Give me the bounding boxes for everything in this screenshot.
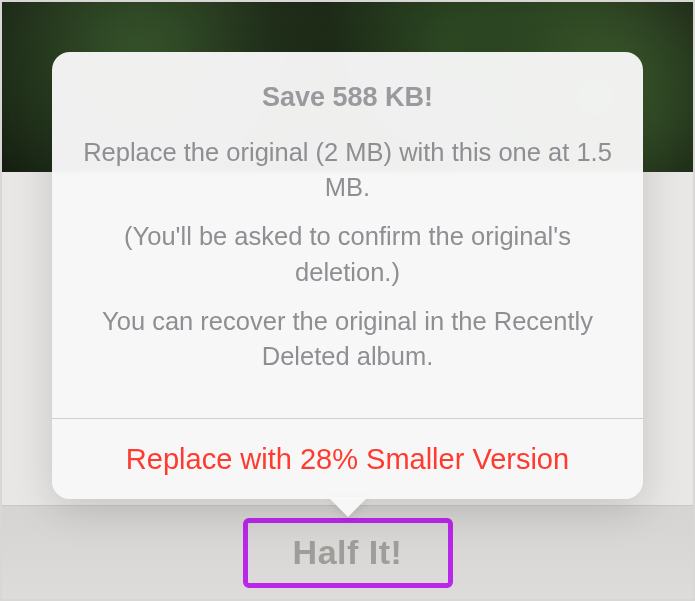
replace-with-smaller-version-button[interactable]: Replace with 28% Smaller Version [52, 419, 643, 499]
popover-title: Save 588 KB! [76, 82, 619, 113]
action-sheet-popover: Save 588 KB! Replace the original (2 MB)… [52, 52, 643, 499]
popover-message-line-2: (You'll be asked to confirm the original… [76, 219, 619, 289]
popover-message-line-3: You can recover the original in the Rece… [76, 304, 619, 374]
half-it-button[interactable]: Half It! [293, 533, 403, 572]
popover-message-line-1: Replace the original (2 MB) with this on… [76, 135, 619, 205]
popover-body: Save 588 KB! Replace the original (2 MB)… [52, 52, 643, 418]
bottom-toolbar: Half It! [2, 505, 693, 599]
popover-arrow-icon [328, 497, 368, 517]
